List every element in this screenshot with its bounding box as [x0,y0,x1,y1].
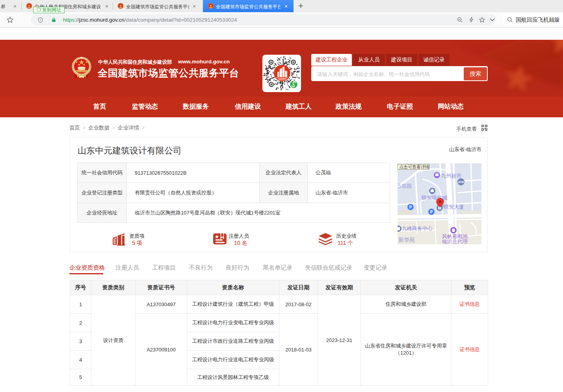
svg-text:联安大厦: 联安大厦 [443,204,464,210]
svg-text:P: P [409,205,412,209]
svg-text:九峰商务中心: 九峰商务中心 [402,226,433,231]
svg-text:己花园: 己花园 [398,183,412,189]
svg-text:九州超市: 九州超市 [441,173,461,179]
svg-text:新华苑: 新华苑 [398,237,415,243]
svg-text:P: P [430,210,433,214]
svg-text:点击可查看详情: 点击可查看详情 [399,165,429,169]
svg-text:临沂总代理: 临沂总代理 [442,239,468,244]
svg-text:ATM: ATM [458,181,464,183]
